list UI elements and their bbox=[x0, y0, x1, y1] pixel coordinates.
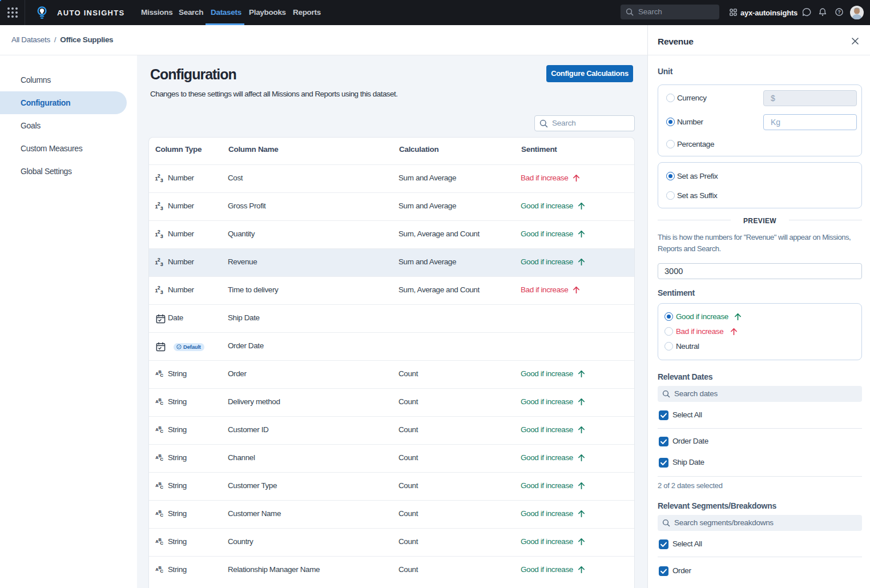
svg-text:?: ? bbox=[837, 9, 840, 15]
